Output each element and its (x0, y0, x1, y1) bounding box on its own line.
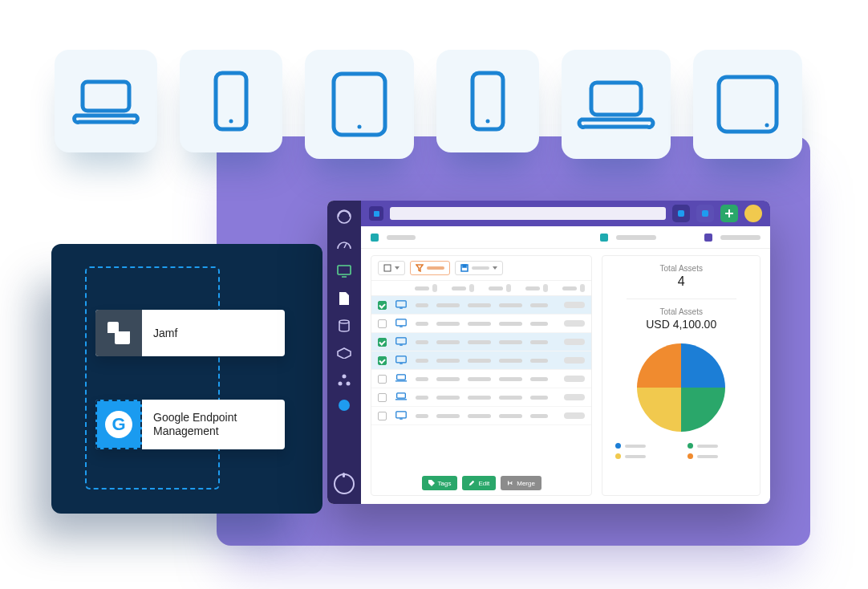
monitor-icon[interactable] (336, 263, 352, 279)
view-tab-2[interactable] (720, 235, 761, 240)
edit-button[interactable]: Edit (462, 476, 496, 490)
table-row[interactable] (371, 370, 591, 388)
svg-rect-20 (463, 265, 466, 267)
svg-rect-29 (397, 375, 406, 380)
svg-point-14 (339, 320, 349, 323)
logo-icon[interactable] (336, 209, 352, 225)
app-sidebar (327, 201, 361, 504)
sidebar-active-indicator[interactable] (339, 400, 350, 411)
jamf-logo (95, 310, 142, 356)
table-header-row (371, 281, 591, 296)
cell (530, 396, 548, 400)
device-icon (395, 319, 408, 328)
add-button[interactable] (720, 205, 738, 222)
search-input[interactable] (390, 207, 666, 220)
row-checkbox[interactable] (378, 319, 387, 328)
topbar-action-1[interactable] (672, 205, 690, 222)
svg-rect-23 (396, 319, 406, 326)
topbar-action-2[interactable] (696, 205, 714, 222)
stats-panel: Total Assets 4 Total Assets USD 4,100.00 (602, 255, 761, 496)
cell (468, 377, 491, 381)
cell (416, 359, 428, 363)
table-row[interactable] (371, 407, 591, 425)
svg-point-15 (343, 375, 347, 379)
dashboard-icon[interactable] (336, 236, 352, 252)
cell (530, 340, 548, 344)
row-checkbox[interactable] (378, 301, 387, 310)
table-col-header[interactable] (452, 284, 474, 292)
view-tab-1-icon (600, 234, 608, 242)
app-menu-button[interactable] (369, 206, 383, 221)
table-bulk-actions: Tags Edit Merge (371, 471, 591, 495)
cell (416, 396, 428, 400)
row-checkbox[interactable] (378, 393, 387, 402)
legend-item (615, 443, 675, 449)
table-col-header[interactable] (415, 284, 437, 292)
total-value-block: Total Assets USD 4,100.00 (646, 307, 716, 331)
cell (499, 340, 522, 344)
row-checkbox[interactable] (378, 375, 387, 384)
legend-item (688, 443, 747, 449)
legend-item (615, 453, 675, 459)
row-checkbox[interactable] (378, 356, 387, 365)
integration-label: Google Endpoint Management (142, 400, 285, 449)
view-selector[interactable] (378, 261, 405, 275)
device-tile-tablet (693, 50, 802, 159)
table-col-header[interactable] (489, 284, 511, 292)
table-row[interactable] (371, 388, 591, 407)
svg-rect-12 (338, 266, 351, 274)
table-col-header[interactable] (562, 284, 585, 292)
table-row[interactable] (371, 315, 591, 333)
cell (530, 303, 548, 307)
svg-rect-18 (384, 265, 391, 271)
tags-button[interactable]: Tags (422, 476, 458, 490)
filter-chip[interactable] (410, 261, 450, 275)
cell (436, 377, 460, 381)
table-row[interactable] (371, 333, 591, 351)
svg-rect-0 (83, 82, 129, 111)
database-icon[interactable] (336, 318, 352, 334)
user-avatar[interactable] (744, 205, 762, 222)
merge-button[interactable]: Merge (501, 476, 541, 490)
cell (416, 322, 428, 326)
cell (499, 322, 522, 326)
cell-status (564, 376, 585, 382)
table-body (371, 296, 591, 471)
cell-status (564, 302, 585, 308)
cell-status (564, 394, 585, 400)
document-icon[interactable] (336, 290, 352, 307)
integrations-backdrop (51, 244, 322, 514)
integration-card-google[interactable]: G Google Endpoint Management (95, 400, 285, 449)
device-tile-phone (436, 50, 539, 152)
breadcrumb-item[interactable] (387, 235, 416, 240)
cell (499, 303, 522, 307)
assets-pie-chart (637, 343, 725, 432)
app-content: Tags Edit Merge Total Assets 4 (361, 249, 770, 504)
svg-rect-31 (396, 412, 406, 418)
svg-point-16 (339, 382, 343, 386)
cell (468, 340, 491, 344)
svg-point-2 (229, 120, 233, 124)
row-checkbox[interactable] (378, 412, 387, 420)
svg-rect-25 (396, 338, 406, 344)
package-icon[interactable] (336, 345, 352, 361)
integration-card-jamf[interactable]: Jamf (95, 310, 285, 356)
total-assets-label: Total Assets (660, 264, 703, 273)
device-icon (395, 411, 408, 420)
cell (468, 396, 491, 400)
app-breadcrumb-bar (361, 226, 770, 249)
svg-point-9 (765, 124, 769, 128)
svg-point-4 (358, 125, 362, 129)
view-tab-1[interactable] (616, 235, 656, 240)
svg-point-10 (338, 210, 351, 223)
save-chip[interactable] (455, 261, 503, 275)
row-checkbox[interactable] (378, 338, 387, 347)
table-col-header[interactable] (525, 284, 548, 292)
cell-status (564, 320, 585, 327)
cell (436, 359, 460, 363)
tablet-icon (712, 72, 783, 136)
footprint-icon[interactable] (334, 473, 355, 494)
cluster-icon[interactable] (336, 372, 352, 388)
table-row[interactable] (371, 296, 591, 315)
table-row[interactable] (371, 351, 591, 370)
